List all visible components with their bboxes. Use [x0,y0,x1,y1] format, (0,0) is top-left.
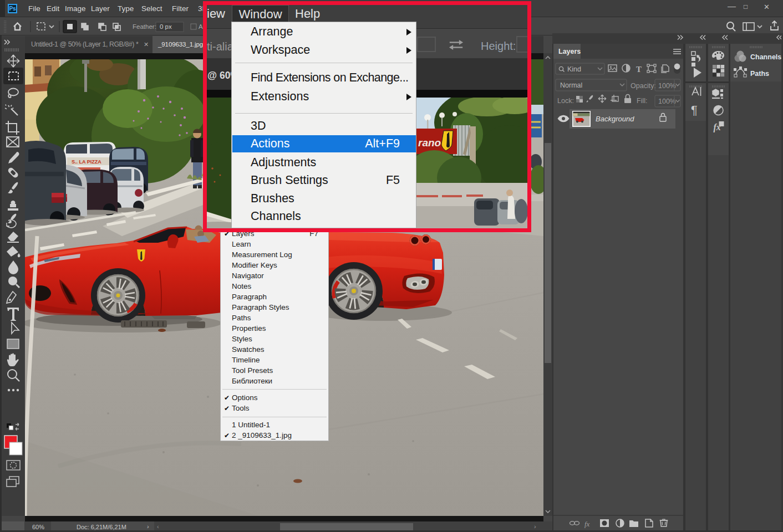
svg-text:Channels: Channels [750,53,781,61]
svg-text:A: A [199,23,203,30]
svg-text:Kind: Kind [567,65,581,73]
svg-text:¶: ¶ [691,103,698,117]
svg-text:fx: fx [714,122,721,132]
svg-text:100%: 100% [658,82,676,90]
svg-text:Fill:: Fill: [637,97,647,105]
svg-text:100%: 100% [658,98,676,105]
svg-text:Normal: Normal [560,81,582,89]
svg-text:rano: rano [418,137,441,149]
svg-text:S.. LA PIZZA: S.. LA PIZZA [72,159,101,165]
svg-text:Paths: Paths [750,70,769,78]
svg-text:Layers: Layers [558,48,581,55]
svg-text:T: T [636,65,642,74]
svg-text:Background: Background [596,115,634,123]
svg-text:fx: fx [584,520,590,528]
svg-text:Feather:: Feather: [133,23,156,30]
svg-text:Lock:: Lock: [557,97,574,105]
svg-text:Opacity:: Opacity: [631,82,656,90]
svg-text:0 px: 0 px [160,23,172,30]
